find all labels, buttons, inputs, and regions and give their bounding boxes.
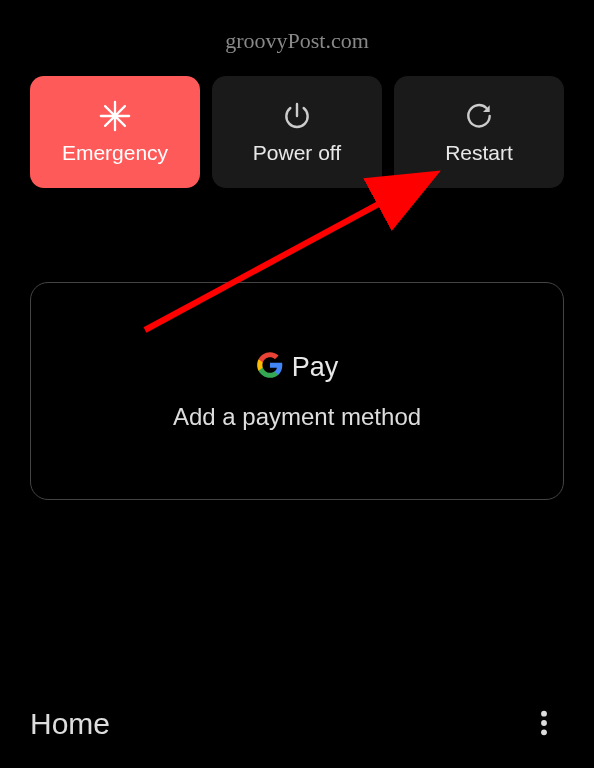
- emergency-icon: [98, 99, 132, 133]
- emergency-button[interactable]: Emergency: [30, 76, 200, 188]
- gpay-subtitle: Add a payment method: [173, 403, 421, 431]
- emergency-label: Emergency: [62, 141, 168, 165]
- svg-point-3: [541, 720, 547, 726]
- bottom-bar: Home: [0, 704, 594, 744]
- svg-point-4: [541, 729, 547, 735]
- power-off-label: Power off: [253, 141, 341, 165]
- more-button[interactable]: [524, 704, 564, 744]
- power-off-button[interactable]: Power off: [212, 76, 382, 188]
- restart-label: Restart: [445, 141, 513, 165]
- svg-point-2: [541, 710, 547, 716]
- google-g-icon: [256, 351, 284, 383]
- gpay-brand-text: Pay: [292, 352, 339, 383]
- home-label: Home: [30, 707, 110, 741]
- gpay-logo-row: Pay: [256, 351, 339, 383]
- restart-icon: [462, 99, 496, 133]
- watermark-text: groovyPost.com: [225, 28, 369, 54]
- more-vertical-icon: [540, 709, 548, 740]
- restart-button[interactable]: Restart: [394, 76, 564, 188]
- gpay-card[interactable]: Pay Add a payment method: [30, 282, 564, 500]
- power-icon: [280, 99, 314, 133]
